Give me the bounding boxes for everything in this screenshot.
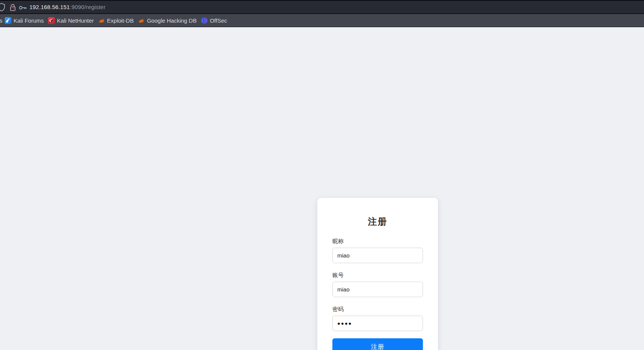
kali-forums-icon bbox=[5, 17, 12, 24]
bookmark-label: Exploit-DB bbox=[107, 17, 134, 24]
offsec-icon bbox=[201, 17, 208, 24]
bookmark-item-offsec[interactable]: OffSec bbox=[201, 14, 227, 27]
account-label: 账号 bbox=[332, 271, 423, 279]
kali-nethunter-icon bbox=[48, 17, 55, 24]
page-title: 注册 bbox=[332, 215, 423, 228]
nickname-field-group: 昵称 bbox=[332, 237, 423, 263]
bookmark-item-exploit-db[interactable]: Exploit-DB bbox=[98, 14, 134, 27]
nickname-label: 昵称 bbox=[332, 237, 423, 245]
address-url-text[interactable]: 192.168.56.151:9090/register bbox=[29, 1, 106, 13]
bookmark-label: Google Hacking DB bbox=[147, 17, 197, 24]
url-bar-inner: 192.168.56.151:9090/register bbox=[0, 1, 644, 13]
bookmark-item-google-hacking-db[interactable]: Google Hacking DB bbox=[138, 14, 197, 27]
bookmark-item-kali-forums[interactable]: Kali Forums bbox=[5, 14, 44, 27]
url-path-suffix: :9090/register bbox=[70, 4, 106, 10]
browser-url-bar: 192.168.56.151:9090/register bbox=[0, 0, 644, 14]
insecure-lock-icon[interactable] bbox=[9, 3, 17, 12]
bookmark-item-clipped[interactable]: s bbox=[0, 17, 5, 24]
register-submit-button[interactable]: 注册 bbox=[332, 338, 423, 350]
bookmark-item-kali-nethunter[interactable]: Kali NetHunter bbox=[48, 14, 94, 27]
exploit-db-icon bbox=[98, 17, 105, 24]
bookmark-label: Kali Forums bbox=[14, 17, 44, 24]
key-icon[interactable] bbox=[19, 5, 27, 10]
google-hacking-db-icon bbox=[138, 17, 145, 24]
register-page: 注册 昵称 账号 密码 注册 bbox=[0, 27, 644, 350]
nickname-input[interactable] bbox=[332, 248, 423, 263]
bookmarks-toolbar: s Kali Forums bbox=[0, 14, 644, 27]
account-input[interactable] bbox=[332, 282, 423, 297]
url-host: 192.168.56.151 bbox=[29, 4, 70, 10]
tracking-shield-icon[interactable] bbox=[0, 3, 6, 12]
bookmark-label: Kali NetHunter bbox=[57, 17, 94, 24]
register-card: 注册 昵称 账号 密码 注册 bbox=[317, 198, 438, 350]
password-label: 密码 bbox=[332, 305, 423, 313]
password-field-group: 密码 bbox=[332, 305, 423, 331]
account-field-group: 账号 bbox=[332, 271, 423, 297]
bookmark-label: OffSec bbox=[210, 17, 227, 24]
password-input[interactable] bbox=[332, 316, 423, 331]
